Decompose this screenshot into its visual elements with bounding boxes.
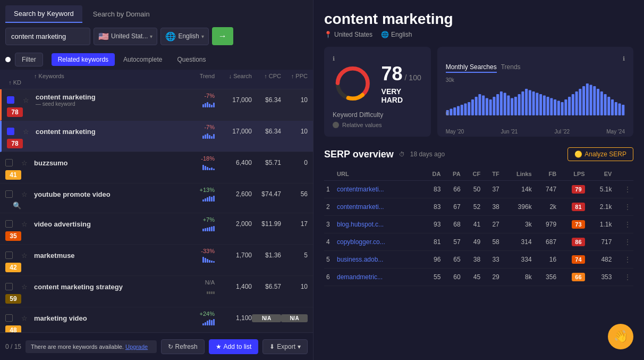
chart-info-icon[interactable]: ℹ [623, 55, 625, 62]
star-icon[interactable]: ☆ [23, 96, 36, 104]
serp-more-icon[interactable]: ⋮ [614, 269, 633, 286]
serp-more-icon[interactable]: ⋮ [614, 198, 633, 216]
serp-url[interactable]: demandmetric... [335, 269, 422, 286]
keyword-cell: content marketing strategy [34, 283, 177, 291]
star-icon[interactable]: ☆ [21, 220, 34, 228]
export-button[interactable]: ⬇ Export ▾ [262, 339, 308, 354]
serp-more-icon[interactable]: ⋮ [614, 233, 633, 251]
row-checkbox[interactable] [5, 252, 13, 259]
serp-table-row[interactable]: 1 contentmarketi... 83 66 50 37 14k 747 … [324, 181, 633, 198]
table-row[interactable]: ☆ video advertising +7% 2,000 $11.99 17 … [0, 213, 313, 245]
table-row[interactable]: ☆ content marketing -7% 17,000 $6.34 10 … [0, 121, 313, 152]
svg-rect-4 [450, 109, 452, 116]
serp-more-icon[interactable]: ⋮ [614, 181, 633, 198]
serp-url[interactable]: copyblogger.co... [335, 233, 422, 251]
tab-monthly-searches[interactable]: Monthly Searches [446, 62, 497, 73]
keyword-input[interactable] [5, 28, 90, 45]
row-checkbox[interactable] [7, 128, 14, 135]
upgrade-link[interactable]: Upgrade [125, 344, 148, 350]
keyword-cell: video advertising [34, 220, 177, 228]
svg-rect-51 [618, 104, 621, 116]
serp-ev: 482 [587, 251, 614, 269]
table-row[interactable]: ☆ youtube promote video +13% 2,600 $74.4… [0, 183, 313, 213]
trend-value: -7% [204, 93, 215, 99]
star-icon[interactable]: ☆ [21, 159, 34, 167]
th-keywords[interactable]: ↑ Keywords [34, 73, 177, 79]
th-ppc[interactable]: ↑ PPC [281, 73, 308, 79]
row-checkbox[interactable] [5, 220, 13, 228]
svg-rect-47 [604, 94, 606, 115]
filter-button[interactable]: Filter [15, 53, 43, 66]
serp-ev: 1.1k [587, 216, 614, 233]
pill-autocomplete[interactable]: Autocomplete [117, 53, 168, 66]
serp-table-row[interactable]: 4 copyblogger.co... 81 57 49 58 314 687 … [324, 233, 633, 251]
table-row[interactable]: ☆ buzzsumo -18% 6,400 $5.71 0 41 [0, 152, 313, 183]
serp-table-row[interactable]: 6 demandmetric... 55 60 45 29 8k 356 66 … [324, 269, 633, 286]
chat-widget[interactable]: 👋 [608, 324, 633, 349]
trend-value: -33% [201, 248, 215, 254]
country-select[interactable]: 🇺🇸 United Stat... ▾ [94, 28, 157, 45]
table-header: ↑ Keywords Trend ↓ Search ↑ CPC ↑ PPC ↑ … [0, 70, 313, 89]
serp-table-row[interactable]: 5 business.adob... 96 65 38 33 334 16 74… [324, 251, 633, 269]
refresh-label: Refresh [175, 343, 198, 350]
pill-questions[interactable]: Questions [171, 53, 212, 66]
search-icon: 🔍 [5, 202, 21, 210]
row-checkbox[interactable] [7, 96, 14, 104]
seed-label: — seed keyword [36, 101, 177, 107]
th-trend[interactable]: Trend [177, 73, 215, 79]
serp-url[interactable]: blog.hubspot.c... [335, 216, 422, 233]
serp-rank: 5 [324, 251, 335, 269]
serp-url[interactable]: contentmarketi... [335, 198, 422, 216]
row-checkbox[interactable] [5, 283, 13, 290]
row-checkbox[interactable] [5, 159, 13, 166]
tab-search-by-keyword[interactable]: Search by Keyword [5, 5, 82, 23]
star-icon[interactable]: ☆ [21, 252, 34, 259]
tab-trends[interactable]: Trends [501, 62, 521, 73]
table-row[interactable]: ☆ content marketing — seed keyword -7% 1… [0, 89, 313, 121]
tab-search-by-domain[interactable]: Search by Domain [84, 5, 158, 23]
th-kd[interactable]: ↑ KD [5, 79, 21, 86]
kd-badge: 35 [5, 231, 21, 241]
star-icon[interactable]: ☆ [23, 128, 36, 136]
star-icon[interactable]: ☆ [21, 190, 34, 198]
search-button[interactable]: → [212, 27, 233, 45]
add-to-list-button[interactable]: ★ Add to list [209, 339, 259, 354]
star-icon[interactable]: ☆ [21, 314, 34, 322]
row-checkbox[interactable] [5, 314, 13, 322]
table-row[interactable]: ☆ marketmuse -33% 1,700 $1.36 5 42 [0, 245, 313, 276]
pill-related-keywords[interactable]: Related keywords [52, 53, 115, 66]
serp-more-icon[interactable]: ⋮ [614, 251, 633, 269]
svg-rect-49 [611, 99, 614, 115]
keyword-cell: marketing video [34, 314, 177, 322]
th-cpc[interactable]: ↑ CPC [252, 73, 281, 79]
analyze-serp-button[interactable]: 🟡 Analyze SERP [567, 147, 633, 161]
metrics-row: ℹ 78 / 100 VERY HARD Keyword Difficulty [324, 47, 633, 137]
serp-url[interactable]: business.adob... [335, 251, 422, 269]
lang-select[interactable]: 🌐 English ▾ [160, 28, 208, 45]
star-icon[interactable]: ☆ [21, 283, 34, 291]
cpc-value: $1.36 [252, 252, 281, 259]
serp-table-row[interactable]: 2 contentmarketi... 83 67 52 38 396k 2k … [324, 198, 633, 216]
th-search[interactable]: ↓ Search [215, 73, 252, 79]
trend-cell: N/A [177, 279, 215, 294]
row-checkbox[interactable] [5, 190, 13, 198]
search-volume: 2,600 [215, 190, 252, 198]
relative-values-toggle[interactable]: Relative values [333, 122, 422, 128]
svg-rect-24 [521, 91, 524, 115]
table-row[interactable]: ☆ marketing video +24% 1,100 N/A N/A 48 [0, 307, 313, 332]
serp-more-icon[interactable]: ⋮ [614, 216, 633, 233]
trend-cell: -7% [177, 93, 215, 107]
serp-tf: 33 [482, 251, 502, 269]
serp-da: 96 [422, 251, 443, 269]
serp-table-row[interactable]: 3 blog.hubspot.c... 93 68 41 27 3k 979 7… [324, 216, 633, 233]
tab-pills: Related keywords Autocomplete Questions [52, 53, 213, 66]
serp-fb: 356 [534, 269, 558, 286]
serp-fb: 747 [534, 181, 558, 198]
serp-pa: 68 [443, 216, 462, 233]
search-volume: 17,000 [215, 96, 252, 104]
info-icon[interactable]: ℹ [333, 55, 335, 62]
serp-url[interactable]: contentmarketi... [335, 181, 422, 198]
refresh-button[interactable]: ↻ Refresh [161, 339, 205, 354]
export-label: Export [277, 343, 295, 350]
table-row[interactable]: ☆ content marketing strategy N/A 1,400 $… [0, 276, 313, 307]
